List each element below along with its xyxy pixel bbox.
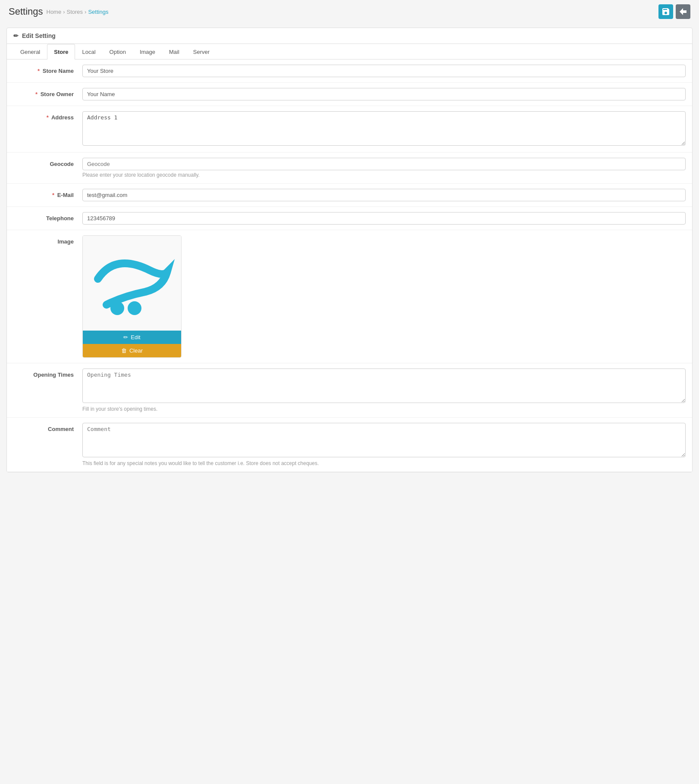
main-panel: ✏ Edit Setting General Store Local Optio… (6, 28, 693, 472)
store-name-wrap (82, 65, 686, 77)
panel-heading: ✏ Edit Setting (7, 28, 692, 44)
email-label: * E-Mail (13, 189, 82, 198)
telephone-input[interactable] (82, 212, 686, 225)
top-bar: Settings Home › Stores › Settings (0, 0, 699, 23)
pencil-icon: ✏ (13, 32, 19, 39)
email-required: * (52, 192, 54, 198)
comment-help: This field is for any special notes you … (82, 460, 686, 466)
form-body: * Store Name * Store Owner * Address (7, 59, 692, 472)
comment-row: Comment This field is for any special no… (7, 418, 692, 472)
breadcrumb-sep-2: › (85, 9, 86, 15)
image-label: Image (13, 235, 82, 245)
top-bar-actions (658, 4, 690, 19)
email-input[interactable] (82, 189, 686, 201)
tab-general[interactable]: General (13, 44, 47, 59)
address-wrap: Address 1 (82, 111, 686, 147)
tab-option[interactable]: Option (103, 44, 133, 59)
store-owner-row: * Store Owner (7, 83, 692, 106)
image-row: Image ✏ Edit (7, 230, 692, 363)
store-name-row: * Store Name (7, 59, 692, 83)
telephone-wrap (82, 212, 686, 225)
store-logo-svg (89, 244, 176, 322)
breadcrumb: Home › Stores › Settings (47, 9, 109, 15)
store-owner-label: * Store Owner (13, 88, 82, 97)
breadcrumb-current: Settings (88, 9, 108, 15)
geocode-help: Please enter your store location geocode… (82, 172, 686, 178)
store-name-required: * (38, 68, 40, 74)
geocode-label: Geocode (13, 158, 82, 167)
svg-point-1 (128, 301, 141, 315)
comment-label: Comment (13, 423, 82, 432)
tab-local[interactable]: Local (75, 44, 102, 59)
comment-textarea[interactable] (82, 423, 686, 457)
geocode-row: Geocode Please enter your store location… (7, 153, 692, 184)
opening-times-textarea[interactable] (82, 369, 686, 403)
tab-image[interactable]: Image (133, 44, 162, 59)
image-edit-button[interactable]: ✏ Edit (83, 331, 181, 344)
store-name-label: * Store Name (13, 65, 82, 74)
store-owner-input[interactable] (82, 88, 686, 100)
address-row: * Address Address 1 (7, 106, 692, 153)
image-clear-button[interactable]: 🗑 Clear (83, 344, 181, 357)
image-wrap: ✏ Edit 🗑 Clear (82, 235, 686, 358)
trash-icon: 🗑 (121, 347, 127, 354)
comment-wrap: This field is for any special notes you … (82, 423, 686, 466)
edit-icon: ✏ (123, 334, 128, 340)
top-bar-left: Settings Home › Stores › Settings (9, 6, 108, 17)
tabs-bar: General Store Local Option Image Mail Se… (7, 44, 692, 59)
address-required: * (47, 114, 49, 121)
geocode-input[interactable] (82, 158, 686, 170)
store-name-input[interactable] (82, 65, 686, 77)
tab-store[interactable]: Store (47, 44, 75, 59)
telephone-label: Telephone (13, 212, 82, 222)
store-owner-wrap (82, 88, 686, 100)
tab-server[interactable]: Server (186, 44, 216, 59)
image-container: ✏ Edit 🗑 Clear (82, 235, 182, 358)
save-button[interactable] (658, 4, 673, 19)
opening-times-wrap: Fill in your store's opening times. (82, 369, 686, 412)
address-textarea[interactable]: Address 1 (82, 111, 686, 146)
store-owner-required: * (35, 91, 38, 97)
email-wrap (82, 189, 686, 201)
opening-times-row: Opening Times Fill in your store's openi… (7, 363, 692, 418)
panel-title: Edit Setting (22, 32, 56, 39)
breadcrumb-sep-1: › (63, 9, 65, 15)
opening-times-label: Opening Times (13, 369, 82, 378)
tab-mail[interactable]: Mail (162, 44, 186, 59)
page-title: Settings (9, 6, 43, 17)
svg-point-0 (110, 301, 124, 315)
address-label: * Address (13, 111, 82, 121)
back-button[interactable] (676, 4, 690, 19)
breadcrumb-stores[interactable]: Stores (67, 9, 83, 15)
breadcrumb-home[interactable]: Home (47, 9, 62, 15)
image-preview (83, 236, 182, 331)
opening-times-help: Fill in your store's opening times. (82, 406, 686, 412)
email-row: * E-Mail (7, 184, 692, 207)
geocode-wrap: Please enter your store location geocode… (82, 158, 686, 178)
telephone-row: Telephone (7, 207, 692, 230)
